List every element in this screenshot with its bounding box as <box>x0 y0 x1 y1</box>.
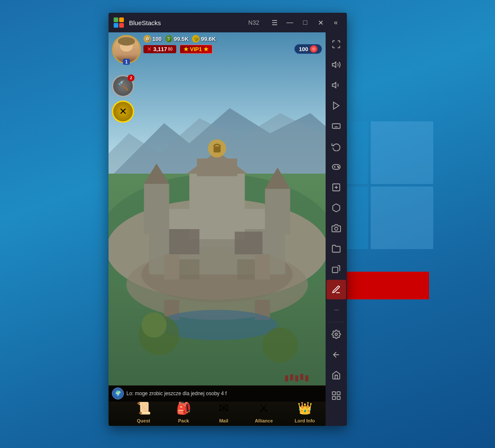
keyboard-button[interactable] <box>326 116 346 136</box>
gamepad-button[interactable] <box>326 157 346 177</box>
win-tile-2 <box>371 121 433 184</box>
svg-rect-2 <box>114 23 118 28</box>
left-side-buttons: 🔨 Z ✕ <box>112 75 134 123</box>
food-icon: 🍃 <box>165 35 173 43</box>
svg-rect-23 <box>169 229 199 254</box>
svg-rect-37 <box>295 376 298 382</box>
svg-rect-56 <box>337 396 340 399</box>
apk-button[interactable] <box>326 198 346 218</box>
mail-label: Mail <box>219 418 228 423</box>
script-button[interactable] <box>326 280 346 299</box>
menu-button[interactable]: ☰ <box>268 17 281 29</box>
right-sidebar: ··· <box>326 32 347 426</box>
gold-stat: 🌾 99.6K <box>192 35 216 43</box>
game-hud-top: 1 ⚙ 100 🍃 99.5K 🌾 <box>109 32 326 71</box>
gem-container[interactable]: 100 <box>294 44 322 54</box>
svg-marker-42 <box>332 62 336 68</box>
svg-rect-39 <box>305 376 308 382</box>
minimize-button[interactable]: — <box>283 17 297 29</box>
player-level: 1 <box>123 59 130 65</box>
game-bottom: 🌍 Lo: moge zrobic jeszcze dla jednej oso… <box>109 385 326 426</box>
nav-item-pack[interactable]: 🎒 Pack <box>174 399 193 423</box>
health-bar: ✕ 3,117 80 <box>143 45 176 53</box>
back-button[interactable] <box>326 345 346 365</box>
sidebar-separator <box>329 322 344 322</box>
play-button[interactable] <box>326 96 346 115</box>
screenshot-button[interactable] <box>326 218 346 238</box>
svg-rect-38 <box>300 374 303 380</box>
svg-rect-16 <box>265 189 290 234</box>
gold-icon: 🌾 <box>192 35 200 43</box>
fullscreen-button[interactable] <box>326 34 346 54</box>
food-stat: 🍃 99.5K <box>165 35 189 43</box>
chat-text: Lo: moge zrobic jeszcze dla jednej osoby… <box>126 391 322 396</box>
game-content[interactable]: 1 ⚙ 100 🍃 99.5K 🌾 <box>109 32 326 426</box>
svg-rect-24 <box>235 232 262 254</box>
svg-rect-35 <box>285 376 288 382</box>
window-title: BlueStacks <box>129 19 244 26</box>
svg-rect-45 <box>332 124 340 129</box>
svg-rect-51 <box>332 267 338 273</box>
svg-point-33 <box>141 312 166 337</box>
svg-point-50 <box>335 227 338 230</box>
nav-item-mail[interactable]: ✉ Mail <box>215 399 233 423</box>
home-button[interactable] <box>326 365 346 385</box>
svg-rect-20 <box>197 158 237 176</box>
title-bar: BlueStacks N32 ☰ — □ ✕ « <box>109 13 347 32</box>
svg-point-52 <box>335 333 338 336</box>
quest-label: Quest <box>137 418 150 423</box>
svg-marker-43 <box>332 83 336 88</box>
sword-icon: ✕ <box>147 46 152 52</box>
player-avatar-container[interactable]: 1 <box>112 35 141 64</box>
hammer-button[interactable]: 🔨 Z <box>112 75 134 97</box>
more-button[interactable]: ··· <box>326 300 346 320</box>
svg-rect-54 <box>337 392 340 395</box>
volume-down-button[interactable] <box>326 75 346 95</box>
back-nav-button[interactable]: « <box>329 17 343 29</box>
svg-rect-55 <box>332 396 335 399</box>
lord-info-label: Lord Info <box>295 418 315 423</box>
svg-rect-27 <box>164 254 180 279</box>
main-area: 1 ⚙ 100 🍃 99.5K 🌾 <box>109 32 347 426</box>
gold-button[interactable]: ✕ <box>112 101 134 123</box>
nav-item-lord-info[interactable]: 👑 Lord Info <box>295 399 315 423</box>
window-instance: N32 <box>248 19 259 26</box>
rotate-button[interactable] <box>326 137 346 156</box>
chat-globe-icon: 🌍 <box>112 388 124 399</box>
svg-rect-22 <box>214 146 221 152</box>
svg-rect-14 <box>144 184 169 234</box>
nav-item-alliance[interactable]: ⚔ Alliance <box>255 399 273 423</box>
svg-rect-53 <box>332 392 335 395</box>
chat-bar[interactable]: 🌍 Lo: moge zrobic jeszcze dla jednej oso… <box>109 385 326 402</box>
alliance-label: Alliance <box>255 418 273 423</box>
castle-scene <box>109 32 326 426</box>
svg-rect-3 <box>119 23 124 28</box>
svg-rect-28 <box>255 254 270 279</box>
vip-star-right: ★ <box>203 46 209 52</box>
vip-star-left: ★ <box>183 46 189 52</box>
resource-row: ⚙ 100 🍃 99.5K 🌾 99.6K <box>143 35 322 43</box>
close-button[interactable]: ✕ <box>314 17 327 29</box>
gem-icon <box>310 45 318 53</box>
vip-badge: ★ VIP1 ★ <box>180 45 212 54</box>
folder-button[interactable] <box>326 239 346 258</box>
recent-apps-button[interactable] <box>326 386 346 405</box>
hud-stats: ⚙ 100 🍃 99.5K 🌾 99.6K <box>143 35 322 54</box>
bluestacks-logo <box>113 17 125 29</box>
bluestacks-window: BlueStacks N32 ☰ — □ ✕ « <box>109 13 347 426</box>
maximize-button[interactable]: □ <box>298 17 312 29</box>
svg-rect-1 <box>119 17 124 22</box>
volume-up-button[interactable] <box>326 55 346 75</box>
hammer-badge: Z <box>128 75 134 81</box>
title-controls: ☰ — □ ✕ « <box>268 17 343 29</box>
multi-instance-button[interactable] <box>326 259 346 279</box>
svg-rect-0 <box>114 17 118 22</box>
power-stat: ⚙ 100 <box>143 35 162 43</box>
win-tile-4 <box>371 187 433 249</box>
settings-button[interactable] <box>326 325 346 344</box>
health-row: ✕ 3,117 80 ★ VIP1 ★ 100 <box>143 44 322 54</box>
macro-button[interactable] <box>326 178 346 197</box>
nav-item-quest[interactable]: 📜 Quest <box>134 399 153 423</box>
svg-point-48 <box>338 167 339 168</box>
bottom-nav: 🌍 Lo: moge zrobic jeszcze dla jednej oso… <box>109 385 326 426</box>
